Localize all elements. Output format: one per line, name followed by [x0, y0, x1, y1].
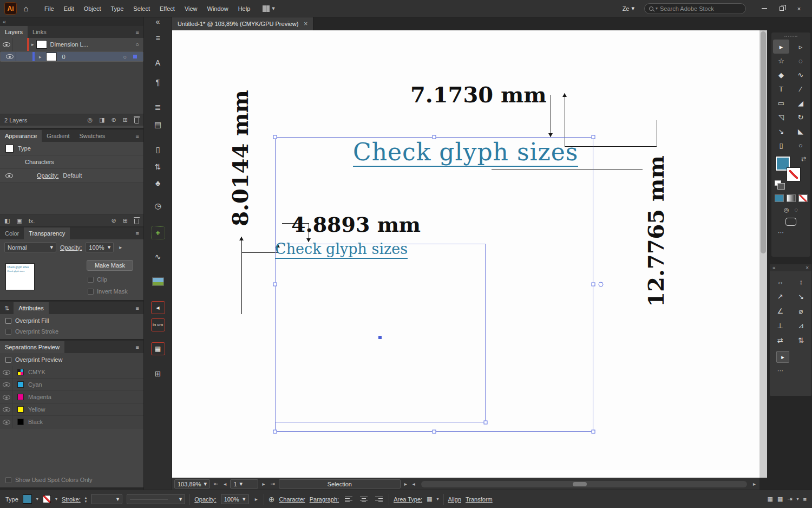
expand-strip-icon[interactable]: « [144, 17, 172, 26]
globe-icon[interactable]: ⊕ [269, 495, 275, 504]
area-type-icon[interactable]: ▦ [427, 496, 432, 503]
dim-chain-tool-icon[interactable]: ⇄ [772, 334, 788, 347]
scale-tool-icon[interactable]: ↘ [773, 124, 789, 138]
layer-thumbnail[interactable] [36, 40, 47, 49]
paragraph-panel-icon[interactable]: ¶ [144, 75, 172, 90]
clip-checkbox[interactable] [88, 277, 94, 283]
channel-visibility-toggle[interactable] [0, 366, 13, 378]
pixel-grid-icon[interactable]: ▦ [768, 496, 773, 503]
dimension-label-top[interactable]: 7.1730 mm [410, 84, 547, 106]
collapse-panels-icon[interactable]: « [3, 18, 6, 25]
artboards-panel-icon[interactable]: ▯ [144, 142, 172, 157]
channel-row[interactable]: CMYK [0, 366, 143, 379]
layer-row-selected[interactable]: ▸ 0 ○ [0, 51, 143, 62]
edit-toolbar-icon[interactable]: ⋯ [771, 229, 810, 236]
plugin-image-panel-icon[interactable] [144, 274, 172, 289]
none-mode-button[interactable] [798, 194, 808, 202]
character-panel-icon[interactable]: A [144, 55, 172, 70]
menu-window[interactable]: Window [202, 1, 233, 17]
layer-name[interactable]: Dimension L... [50, 41, 88, 48]
search-input[interactable] [660, 5, 741, 12]
tab-appearance[interactable]: Appearance [0, 130, 42, 142]
eyedropper-tool-icon[interactable]: ◣ [793, 124, 809, 138]
collapse-panel-icon[interactable]: ⇅ [0, 302, 14, 314]
stroke-link[interactable]: Stroke: [62, 496, 81, 503]
transform-panel-icon[interactable]: ⇅ [144, 159, 172, 174]
channel-row[interactable]: Magenta [0, 391, 143, 403]
duplicate-item-icon[interactable]: ⊞ [123, 217, 128, 224]
channel-row[interactable]: Black [0, 416, 143, 428]
add-stroke-icon[interactable]: ◧ [4, 217, 10, 224]
selection-tool-icon[interactable]: ▸ [773, 40, 789, 54]
layer-name[interactable]: 0 [62, 54, 66, 60]
channel-visibility-toggle[interactable] [0, 379, 13, 390]
stroke-weight-stepper[interactable]: ▴▾ [85, 496, 87, 503]
panel-menu-icon[interactable]: ≡ [132, 26, 143, 38]
close-document-icon[interactable]: × [304, 20, 307, 28]
opacity-link[interactable]: Opacity: [37, 172, 58, 179]
panel-menu-icon[interactable]: ≡ [132, 130, 143, 142]
overprint-preview-row[interactable]: Overprint Preview [0, 353, 143, 366]
menu-edit[interactable]: Edit [59, 1, 79, 17]
gradient-mode-button[interactable] [787, 194, 796, 202]
dim-pointer-tool-icon[interactable]: ▸ [776, 351, 789, 363]
properties-panel-icon[interactable]: ≡ [144, 30, 172, 45]
previous-artboard-icon[interactable]: ◂ [222, 481, 228, 487]
opacity-link[interactable]: Opacity: [194, 496, 216, 503]
panel-grip[interactable] [784, 36, 797, 37]
opacity-link[interactable]: Opacity: [60, 244, 82, 251]
invert-mask-checkbox-row[interactable]: Invert Mask [88, 288, 128, 295]
dim-area-tool-icon[interactable]: ⊿ [794, 320, 809, 332]
minimize-button[interactable] [756, 0, 773, 17]
panel-more-icon[interactable]: ⋯ [770, 367, 811, 374]
scroll-right-icon[interactable]: ▸ [751, 481, 757, 487]
layer-visibility-toggle[interactable] [3, 52, 16, 61]
document-tab[interactable]: Untitled-1* @ 103,89% (CMYK/GPU Preview)… [172, 17, 313, 30]
workspace-switcher[interactable]: Ze ▾ [623, 5, 634, 12]
dim-angle-tool-icon[interactable]: ∠ [772, 305, 788, 317]
tab-layers[interactable]: Layers [0, 26, 28, 38]
adobe-stock-search[interactable]: ▾ [644, 3, 746, 14]
snap-glyph-icon[interactable]: ⇥ [787, 496, 792, 503]
arrange-documents-button[interactable]: ▾ [263, 5, 275, 12]
screen-mode-icon[interactable] [785, 218, 796, 226]
snap-grid-icon[interactable]: ▦ [777, 496, 783, 503]
channel-visibility-toggle[interactable] [0, 416, 13, 428]
channel-row[interactable]: Cyan [0, 379, 143, 391]
draw-behind-icon[interactable]: ◌ [795, 206, 798, 213]
expand-options-icon[interactable]: ▸ [117, 244, 123, 250]
dimension-label-left[interactable]: 8.0144 mm [230, 88, 253, 229]
menu-effect[interactable]: Effect [155, 1, 180, 17]
horizontal-scroll-thumb[interactable] [573, 482, 587, 486]
stroke-color-well[interactable] [43, 495, 51, 503]
area-type-link[interactable]: Area Type: [394, 496, 422, 503]
dim-vertical-tool-icon[interactable]: ↕ [794, 276, 809, 288]
rotate-tool-icon[interactable]: ↻ [793, 110, 809, 124]
selection-handle[interactable] [592, 430, 595, 434]
overprint-stroke-row[interactable]: Overprint Stroke [0, 327, 143, 336]
overprint-stroke-checkbox[interactable] [5, 329, 11, 335]
align-center-icon[interactable] [358, 495, 369, 504]
locate-object-icon[interactable]: ◎ [88, 116, 93, 123]
zoom-tool-icon[interactable]: ○ [793, 138, 809, 152]
fill-color-well[interactable] [23, 494, 32, 504]
text-outport[interactable] [599, 282, 604, 287]
collapse-panel-icon[interactable]: « [772, 265, 776, 271]
channel-row[interactable]: Yellow [0, 403, 143, 416]
dimension-select-panel-icon[interactable]: ◂ [144, 300, 172, 315]
target-circle-icon[interactable]: ○ [123, 54, 127, 60]
curvature-tool-icon[interactable]: ∿ [793, 68, 809, 82]
tab-swatches[interactable]: Swatches [75, 130, 110, 142]
control-bar-menu-icon[interactable]: ≡ [803, 496, 807, 503]
menu-object[interactable]: Object [79, 1, 106, 17]
selection-handle[interactable] [433, 135, 436, 139]
new-sublayer-icon[interactable]: ⊕ [112, 116, 116, 123]
layer-thumbnail[interactable] [46, 53, 57, 61]
inner-text-frame[interactable] [275, 244, 486, 422]
menu-select[interactable]: Select [128, 1, 155, 17]
pencil-tool-icon[interactable]: ◹ [773, 110, 789, 124]
character-link[interactable]: Character [279, 496, 305, 503]
align-right-icon[interactable] [374, 495, 384, 504]
dim-diagonal-tool-icon[interactable]: ↘ [794, 290, 809, 303]
close-panel-icon[interactable]: × [806, 265, 809, 271]
